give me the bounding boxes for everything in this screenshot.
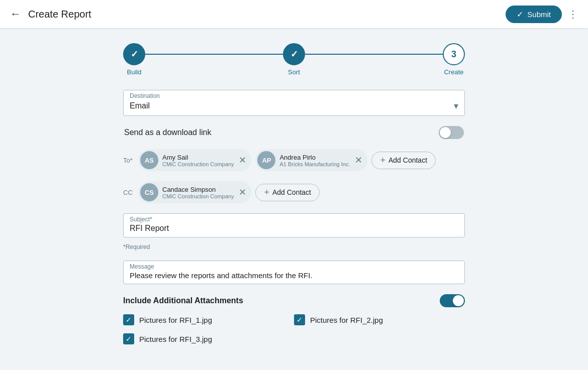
download-link-toggle[interactable]	[439, 126, 464, 139]
page-title: Create Report	[28, 9, 91, 20]
attachments-title: Include Additional Attachments	[123, 296, 243, 305]
attachment-item-1: ✓ Pictures for RFI_1.jpg	[123, 314, 294, 325]
header-left: ← Create Report	[10, 8, 91, 21]
more-options-button[interactable]: ⋮	[568, 8, 578, 20]
attachment-checkbox-1[interactable]: ✓	[123, 314, 134, 325]
attachments-grid: ✓ Pictures for RFI_1.jpg ✓ Pictures for …	[123, 314, 465, 344]
stepper: ✓ Build ✓ Sort 3 Create	[123, 43, 465, 76]
contact-name-amy-sail: Amy Sail	[162, 154, 234, 161]
dropdown-arrow-icon: ▾	[454, 100, 458, 111]
avatar-andrea-pirlo: AP	[257, 151, 275, 169]
attachments-toggle[interactable]	[440, 294, 465, 307]
to-add-contact-button[interactable]: + Add Contact	[371, 152, 436, 169]
attachment-label-2: Pictures for RFI_2.jpg	[310, 316, 383, 324]
cc-add-contact-button[interactable]: + Add Contact	[255, 184, 320, 201]
contact-company-amy-sail: CMiC Construction Company	[162, 161, 234, 167]
more-icon: ⋮	[568, 8, 578, 20]
attachments-header: Include Additional Attachments	[123, 294, 465, 307]
subject-value: RFI Report	[130, 224, 458, 233]
step-build: ✓ Build	[123, 43, 145, 76]
attachment-label-1: Pictures for RFI_1.jpg	[139, 316, 212, 324]
required-note: *Required	[123, 243, 465, 251]
destination-label: Destination	[130, 92, 458, 99]
download-link-row: Send as a download link	[123, 126, 465, 139]
step-build-circle: ✓	[123, 43, 145, 65]
cc-section: CC CS Candace Simpson CMiC Construction …	[123, 181, 465, 203]
contact-info-amy-sail: Amy Sail CMiC Construction Company	[162, 154, 234, 167]
contact-chip-amy-sail: AS Amy Sail CMiC Construction Company ✕	[138, 149, 251, 171]
back-button[interactable]: ←	[10, 8, 21, 21]
attachment-label-3: Pictures for RFI_3.jpg	[139, 335, 212, 343]
form-card: Destination Email ▾ Send as a download l…	[123, 90, 465, 344]
to-recipient-row: To* AS Amy Sail CMiC Construction Compan…	[123, 149, 465, 171]
to-section: To* AS Amy Sail CMiC Construction Compan…	[123, 149, 465, 171]
attachment-item-3: ✓ Pictures for RFI_3.jpg	[123, 333, 294, 344]
avatar-amy-sail: AS	[140, 151, 158, 169]
contact-company-andrea-pirlo: A1 Bricks Manufacturing Inc.	[279, 161, 350, 167]
submit-button[interactable]: ✓ Submit	[506, 6, 562, 23]
destination-field[interactable]: Destination Email ▾	[123, 90, 465, 116]
step-create-circle: 3	[443, 43, 465, 65]
contact-company-candace-simpson: CMiC Construction Company	[162, 193, 234, 199]
main-content: ✓ Build ✓ Sort 3 Create Destination Emai…	[0, 28, 588, 370]
attachment-item-2: ✓ Pictures for RFI_2.jpg	[294, 314, 465, 325]
back-icon: ←	[10, 8, 21, 21]
contact-name-candace-simpson: Candace Simpson	[162, 186, 234, 193]
cc-add-contact-label: Add Contact	[272, 188, 311, 196]
contact-chip-andrea-pirlo: AP Andrea Pirlo A1 Bricks Manufacturing …	[255, 149, 367, 171]
cc-recipient-row: CC CS Candace Simpson CMiC Construction …	[123, 181, 465, 203]
message-field[interactable]: Message Please review the reports and at…	[123, 261, 465, 284]
remove-amy-sail-button[interactable]: ✕	[238, 154, 249, 167]
attachment-checkbox-2[interactable]: ✓	[294, 314, 305, 325]
attachment-checkbox-3[interactable]: ✓	[123, 333, 134, 344]
step-line-1	[145, 54, 283, 55]
contact-chip-candace-simpson: CS Candace Simpson CMiC Construction Com…	[138, 181, 251, 203]
contact-info-candace-simpson: Candace Simpson CMiC Construction Compan…	[162, 186, 234, 199]
toggle-knob	[440, 127, 451, 138]
avatar-candace-simpson: CS	[140, 183, 158, 201]
message-label: Message	[130, 263, 458, 270]
to-add-plus-icon: +	[380, 155, 385, 166]
step-sort-circle: ✓	[283, 43, 305, 65]
message-value: Please review the reports and attachment…	[130, 271, 458, 280]
step-create: 3 Create	[443, 43, 465, 76]
step-create-label: Create	[444, 68, 463, 76]
attachments-section: Include Additional Attachments ✓ Picture…	[123, 294, 465, 344]
subject-field[interactable]: Subject* RFI Report	[123, 213, 465, 237]
header-right: ✓ Submit ⋮	[506, 6, 578, 23]
subject-label: Subject*	[130, 216, 458, 223]
step-build-label: Build	[127, 68, 142, 76]
step-sort-label: Sort	[288, 68, 300, 76]
step-sort: ✓ Sort	[283, 43, 305, 76]
to-add-contact-label: Add Contact	[388, 156, 427, 164]
destination-value: Email	[130, 101, 150, 110]
app-header: ← Create Report ✓ Submit ⋮	[0, 0, 588, 28]
submit-label: Submit	[527, 10, 551, 19]
submit-check-icon: ✓	[517, 10, 523, 19]
cc-add-plus-icon: +	[264, 187, 269, 198]
contact-name-andrea-pirlo: Andrea Pirlo	[279, 154, 350, 161]
destination-row: Email ▾	[130, 100, 458, 111]
download-link-label: Send as a download link	[124, 128, 211, 137]
step-line-2	[305, 54, 443, 55]
contact-info-andrea-pirlo: Andrea Pirlo A1 Bricks Manufacturing Inc…	[279, 154, 350, 167]
remove-candace-simpson-button[interactable]: ✕	[238, 186, 249, 199]
remove-andrea-pirlo-button[interactable]: ✕	[354, 154, 365, 167]
to-label: To*	[123, 157, 134, 164]
attachments-toggle-knob	[453, 295, 464, 306]
cc-label: CC	[123, 189, 134, 196]
